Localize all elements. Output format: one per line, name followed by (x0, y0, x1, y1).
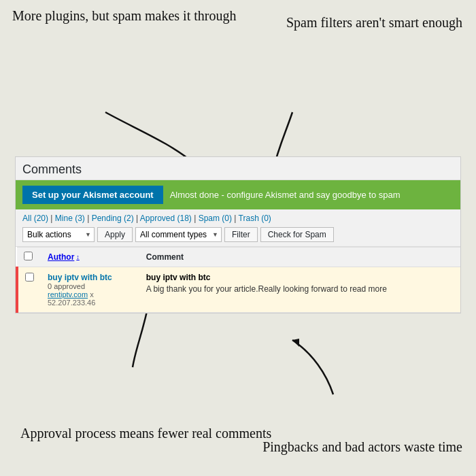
svg-marker-3 (292, 339, 299, 347)
comment-cell: buy iptv with btc A big thank you for yo… (139, 267, 460, 313)
panel-title: Comments (16, 157, 460, 180)
comment-types-wrapper: All comment types Comments Pings ▼ (135, 227, 222, 242)
mine-link[interactable]: Mine (3) (55, 214, 85, 223)
select-all-checkbox[interactable] (24, 252, 33, 260)
annotation-bottom-left: Approval process means fewer real commen… (20, 424, 271, 442)
spam-link[interactable]: Spam (0) (199, 214, 232, 223)
filter-button[interactable]: Filter (224, 227, 258, 242)
row-checkbox[interactable] (25, 273, 34, 282)
trash-link[interactable]: Trash (0) (239, 214, 271, 223)
toolbar-row: Bulk actions Approve Mark as Spam Move t… (22, 227, 454, 242)
comment-types-select[interactable]: All comment types Comments Pings (135, 227, 222, 242)
annotation-top-right: Spam filters aren't smart enough (286, 14, 462, 31)
bulk-actions-wrapper: Bulk actions Approve Mark as Spam Move t… (22, 227, 95, 242)
bulk-actions-select[interactable]: Bulk actions Approve Mark as Spam Move t… (22, 227, 95, 242)
comment-author-name: buy iptv with btc (146, 273, 454, 282)
author-cell: buy iptv with btc 0 approved rentiptv.co… (41, 267, 139, 313)
comments-table: Author ↕ Comment buy iptv with btc 0 app… (16, 247, 460, 313)
row-checkbox-cell (17, 267, 41, 313)
comment-col-header: Comment (139, 248, 460, 267)
author-name: buy iptv with btc (48, 273, 133, 282)
comment-body: A big thank you for your article.Really … (146, 284, 454, 294)
pending-link[interactable]: Pending (2) (92, 214, 134, 223)
select-all-col (17, 248, 41, 267)
approved-link[interactable]: Approved (18) (140, 214, 192, 223)
apply-button[interactable]: Apply (97, 227, 133, 242)
author-ip: 52.207.233.46 (48, 299, 133, 307)
table-header-row: Author ↕ Comment (17, 248, 460, 267)
annotation-top-left: More plugins, but spam makes it through (12, 7, 236, 24)
sort-icon: ↕ (76, 254, 80, 260)
comment-counts: All (20) | Mine (3) | Pending (2) | Appr… (22, 214, 454, 223)
author-approved: 0 approved (48, 282, 133, 290)
author-sort-link[interactable]: Author ↕ (48, 252, 133, 262)
table-row: buy iptv with btc 0 approved rentiptv.co… (17, 267, 460, 313)
annotation-bottom-right: Pingbacks and bad actors waste time (262, 438, 462, 456)
akismet-message: Almost done - configure Akismet and say … (170, 190, 401, 200)
all-comments-link[interactable]: All (20) (22, 214, 48, 223)
author-link-cell: rentiptv.com x (48, 290, 133, 299)
akismet-banner: Set up your Akismet account Almost done … (16, 180, 460, 209)
author-col-header: Author ↕ (41, 248, 139, 267)
akismet-setup-button[interactable]: Set up your Akismet account (22, 186, 163, 204)
filter-bar: All (20) | Mine (3) | Pending (2) | Appr… (16, 209, 460, 247)
wp-comments-panel: Comments Set up your Akismet account Alm… (15, 156, 461, 313)
author-website-link[interactable]: rentiptv.com (48, 290, 88, 299)
check-spam-button[interactable]: Check for Spam (260, 227, 334, 242)
